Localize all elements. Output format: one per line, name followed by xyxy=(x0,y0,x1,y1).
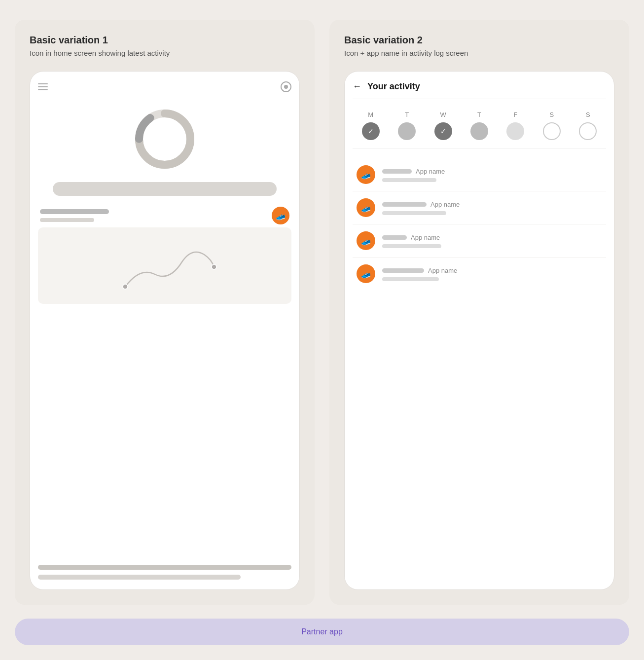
day-col-w: W ✓ xyxy=(434,111,452,140)
donut-chart xyxy=(38,107,291,171)
day-label-s1: S xyxy=(549,111,554,118)
text-bar-3a xyxy=(382,235,407,240)
activity-list: 👟 App name 👟 xyxy=(353,158,606,290)
bottom-bars xyxy=(38,560,291,580)
app-name-4: App name xyxy=(428,267,457,274)
activity-badge-4: 👟 xyxy=(357,264,375,283)
day-label-t2: T xyxy=(477,111,481,118)
text-bar-3b xyxy=(382,244,441,248)
activity-badge-3: 👟 xyxy=(357,231,375,250)
day-circle-m[interactable]: ✓ xyxy=(362,122,380,140)
shoe-icon-3: 👟 xyxy=(361,236,371,246)
text-bar-2a xyxy=(382,202,427,207)
text-bar-1a xyxy=(382,169,412,174)
activity-badge-2: 👟 xyxy=(357,198,375,217)
day-circle-t1[interactable] xyxy=(398,122,416,140)
day-col-s2: S xyxy=(579,111,597,140)
svg-point-4 xyxy=(212,264,216,269)
phone-mockup-2: ← Your activity M ✓ T W xyxy=(344,71,614,590)
variation-2-card: Basic variation 2 Icon + app name in act… xyxy=(329,20,629,605)
activity-item-1: 👟 App name xyxy=(353,158,606,191)
line-dark xyxy=(40,209,109,214)
back-arrow-icon[interactable]: ← xyxy=(353,81,361,92)
day-label-w: W xyxy=(440,111,446,118)
phone1-header xyxy=(38,81,291,92)
day-label-m: M xyxy=(368,111,373,118)
activity-item-2: 👟 App name xyxy=(353,191,606,224)
activity-text-1: App name xyxy=(382,168,602,182)
day-label-f: F xyxy=(513,111,517,118)
day-circle-w[interactable]: ✓ xyxy=(434,122,452,140)
day-label-t1: T xyxy=(405,111,409,118)
partner-footer: Partner app xyxy=(15,619,629,645)
phone2-header: ← Your activity xyxy=(353,81,606,99)
text-bar-2b xyxy=(382,211,446,215)
text-bar-4a xyxy=(382,268,424,273)
shoe-icon-4: 👟 xyxy=(361,269,371,279)
phone-mockup-1: 👟 xyxy=(30,71,300,590)
bar-partial xyxy=(38,575,241,580)
variation-2-title: Basic variation 2 xyxy=(344,35,614,46)
day-col-t1: T xyxy=(398,111,416,140)
activity-item-4: 👟 App name xyxy=(353,257,606,290)
activity-text-2: App name xyxy=(382,201,602,215)
day-circle-s2[interactable] xyxy=(579,122,597,140)
app-name-1: App name xyxy=(416,168,445,175)
bar-full xyxy=(38,565,291,570)
gear-icon[interactable] xyxy=(281,81,291,92)
activity-orange-badge: 👟 xyxy=(272,207,289,224)
activity-row: 👟 xyxy=(38,207,291,224)
app-name-3: App name xyxy=(411,234,440,241)
day-col-f: F xyxy=(506,111,524,140)
activity-text-3: App name xyxy=(382,234,602,248)
partner-label: Partner app xyxy=(301,627,343,636)
activity-item-3: 👟 App name xyxy=(353,224,606,257)
line-light xyxy=(40,218,94,222)
svg-point-3 xyxy=(123,284,128,289)
text-bar-4b xyxy=(382,277,439,281)
shoe-icon: 👟 xyxy=(276,211,286,220)
activity-lines xyxy=(40,209,272,222)
hamburger-icon[interactable] xyxy=(38,83,48,90)
day-col-s1: S xyxy=(543,111,561,140)
day-col-m: M ✓ xyxy=(362,111,380,140)
day-circle-f[interactable] xyxy=(506,122,524,140)
activity-screen-title: Your activity xyxy=(367,81,420,92)
activity-text-4: App name xyxy=(382,267,602,281)
day-label-s2: S xyxy=(586,111,590,118)
progress-bar xyxy=(53,182,277,196)
shoe-icon-1: 👟 xyxy=(361,170,371,180)
app-name-2: App name xyxy=(430,201,460,208)
day-circle-t2[interactable] xyxy=(470,122,488,140)
activity-badge-1: 👟 xyxy=(357,165,375,184)
variation-1-subtitle: Icon in home screen showing latest activ… xyxy=(30,49,300,57)
variation-1-title: Basic variation 1 xyxy=(30,35,300,46)
day-col-t2: T xyxy=(470,111,488,140)
map-area xyxy=(38,227,291,304)
day-circle-s1[interactable] xyxy=(543,122,561,140)
day-selector: M ✓ T W ✓ xyxy=(353,107,606,148)
text-bar-1b xyxy=(382,178,436,182)
shoe-icon-2: 👟 xyxy=(361,203,371,213)
variation-1-card: Basic variation 1 Icon in home screen sh… xyxy=(15,20,315,605)
variation-2-subtitle: Icon + app name in activity log screen xyxy=(344,49,614,57)
